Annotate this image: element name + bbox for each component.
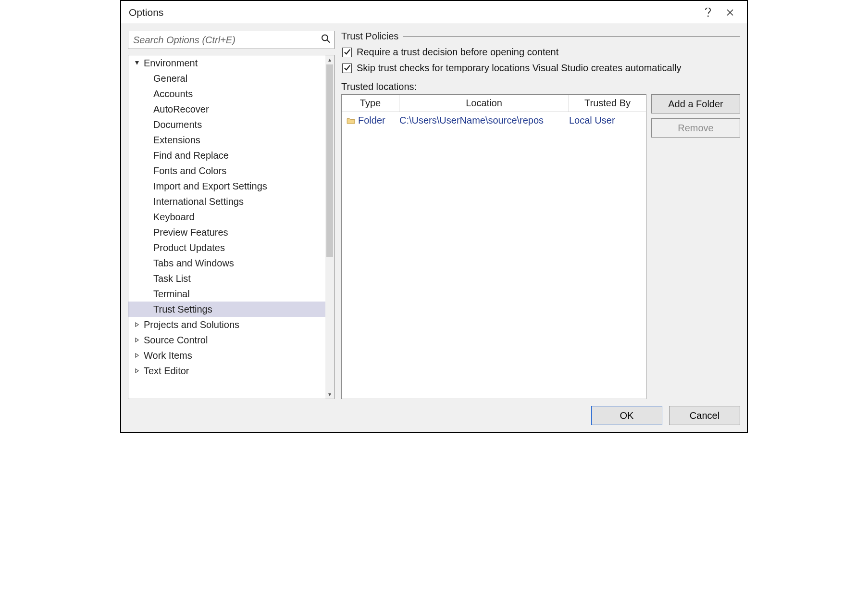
collapse-icon xyxy=(133,368,141,373)
grid-body: Folder C:\Users\UserName\source\repos Lo… xyxy=(342,112,646,399)
collapse-icon xyxy=(133,322,141,327)
options-tree: Environment General Accounts AutoRecover… xyxy=(128,55,335,399)
grid-header: Type Location Trusted By xyxy=(342,95,646,112)
checkbox-label: Require a trust decision before opening … xyxy=(357,47,558,58)
cell-type-text: Folder xyxy=(358,115,385,126)
tree-node[interactable]: Keyboard xyxy=(128,209,325,225)
close-icon xyxy=(726,9,734,16)
tree-label: Projects and Solutions xyxy=(144,319,239,330)
tree-node-trust-settings[interactable]: Trust Settings xyxy=(128,302,325,317)
search-icon xyxy=(321,34,331,46)
location-buttons: Add a Folder Remove xyxy=(651,94,740,399)
tree-node[interactable]: Extensions xyxy=(128,132,325,148)
search-wrap xyxy=(128,31,335,49)
window-title: Options xyxy=(129,7,697,18)
svg-point-1 xyxy=(322,35,328,41)
question-icon xyxy=(705,8,711,17)
cancel-button[interactable]: Cancel xyxy=(669,406,740,425)
tree-node[interactable]: Projects and Solutions xyxy=(128,317,325,332)
tree-node[interactable]: Product Updates xyxy=(128,240,325,255)
collapse-icon xyxy=(133,353,141,358)
tree-label: Documents xyxy=(153,119,202,130)
tree-label: Environment xyxy=(144,58,198,69)
tree-label: Import and Export Settings xyxy=(153,181,267,192)
tree-label: AutoRecover xyxy=(153,104,209,115)
tree-label: Product Updates xyxy=(153,242,225,253)
tree-node[interactable]: Preview Features xyxy=(128,225,325,240)
locations-area: Type Location Trusted By Folder C:\Users… xyxy=(341,94,740,399)
group-header: Trust Policies xyxy=(341,31,740,42)
tree-label: Terminal xyxy=(153,289,190,300)
cell-location: C:\Users\UserName\source\repos xyxy=(399,115,569,126)
tree-node[interactable]: Text Editor xyxy=(128,363,325,378)
tree-label: Work Items xyxy=(144,350,192,361)
scroll-down-icon[interactable]: ▾ xyxy=(325,390,334,399)
tree-label: Fonts and Colors xyxy=(153,165,226,176)
checkbox-label: Skip trust checks for temporary location… xyxy=(357,63,682,74)
help-button[interactable] xyxy=(697,3,719,22)
divider xyxy=(403,36,740,37)
tree-node-environment[interactable]: Environment xyxy=(128,55,325,71)
tree-label: Extensions xyxy=(153,135,200,146)
tree-inner: Environment General Accounts AutoRecover… xyxy=(128,55,325,399)
tree-scrollbar[interactable]: ▴ ▾ xyxy=(325,55,334,399)
close-button[interactable] xyxy=(719,3,741,22)
group-title: Trust Policies xyxy=(341,31,398,42)
tree-node[interactable]: General xyxy=(128,71,325,86)
tree-label: Find and Replace xyxy=(153,150,229,161)
tree-label: Preview Features xyxy=(153,227,228,238)
right-pane: Trust Policies Require a trust decision … xyxy=(341,31,740,399)
tree-label: Text Editor xyxy=(144,365,189,377)
tree-label: Task List xyxy=(153,273,191,284)
trusted-locations-grid[interactable]: Type Location Trusted By Folder C:\Users… xyxy=(341,94,646,399)
tree-label: Accounts xyxy=(153,88,193,100)
tree-node[interactable]: Documents xyxy=(128,117,325,132)
col-type[interactable]: Type xyxy=(342,95,399,112)
tree-label: Tabs and Windows xyxy=(153,258,234,269)
require-trust-checkbox[interactable]: Require a trust decision before opening … xyxy=(342,47,740,58)
checkbox-icon xyxy=(342,63,352,73)
remove-button: Remove xyxy=(651,118,740,138)
folder-icon xyxy=(347,117,355,124)
checkbox-icon xyxy=(342,48,352,57)
tree-node[interactable]: Accounts xyxy=(128,86,325,101)
tree-label: Trust Settings xyxy=(153,304,212,315)
tree-label: Keyboard xyxy=(153,212,195,223)
cell-type: Folder xyxy=(347,115,399,126)
tree-node[interactable]: Terminal xyxy=(128,286,325,302)
add-folder-button[interactable]: Add a Folder xyxy=(651,94,740,113)
tree-label: General xyxy=(153,73,187,84)
left-pane: Environment General Accounts AutoRecover… xyxy=(128,31,335,399)
tree-node[interactable]: Find and Replace xyxy=(128,148,325,163)
scroll-up-icon[interactable]: ▴ xyxy=(325,55,334,64)
dialog-footer: OK Cancel xyxy=(121,399,747,432)
table-row[interactable]: Folder C:\Users\UserName\source\repos Lo… xyxy=(342,112,646,129)
expand-icon xyxy=(133,61,141,65)
svg-point-0 xyxy=(707,15,709,17)
tree-node[interactable]: Work Items xyxy=(128,348,325,363)
search-input[interactable] xyxy=(128,31,335,49)
tree-label: Source Control xyxy=(144,335,208,346)
options-dialog: Options Environment xyxy=(120,0,748,433)
tree-node[interactable]: International Settings xyxy=(128,194,325,209)
trusted-locations-label: Trusted locations: xyxy=(341,81,740,92)
tree-node[interactable]: Task List xyxy=(128,271,325,286)
col-location[interactable]: Location xyxy=(399,95,569,112)
titlebar: Options xyxy=(121,1,747,24)
ok-button[interactable]: OK xyxy=(591,406,662,425)
collapse-icon xyxy=(133,338,141,342)
cell-trusted-by: Local User xyxy=(569,115,641,126)
tree-node[interactable]: AutoRecover xyxy=(128,101,325,117)
dialog-body: Environment General Accounts AutoRecover… xyxy=(121,24,747,399)
tree-label: International Settings xyxy=(153,196,244,207)
tree-node[interactable]: Fonts and Colors xyxy=(128,163,325,178)
tree-node[interactable]: Source Control xyxy=(128,332,325,348)
scroll-thumb[interactable] xyxy=(326,64,333,257)
col-trusted-by[interactable]: Trusted By xyxy=(569,95,646,112)
tree-node[interactable]: Tabs and Windows xyxy=(128,255,325,271)
skip-trust-checkbox[interactable]: Skip trust checks for temporary location… xyxy=(342,63,740,74)
tree-node[interactable]: Import and Export Settings xyxy=(128,178,325,194)
